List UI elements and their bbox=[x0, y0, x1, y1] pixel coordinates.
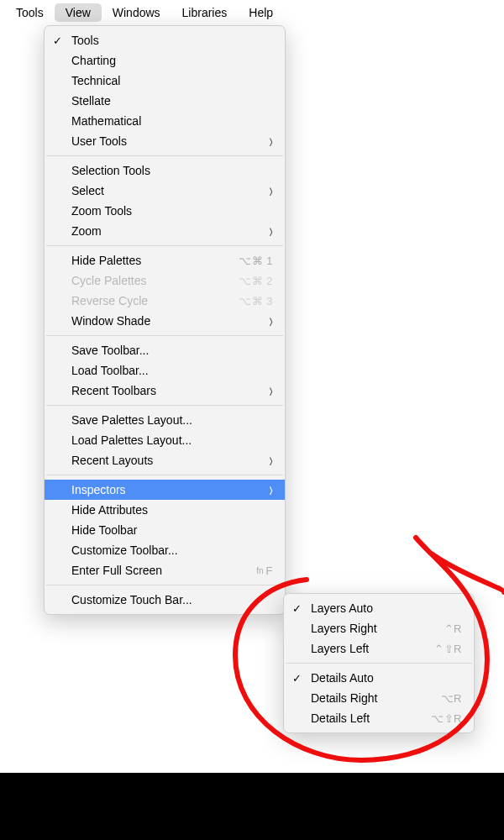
menu-item-user-tools[interactable]: User Tools › bbox=[45, 131, 285, 151]
menu-label: Stellate bbox=[71, 94, 273, 108]
menu-item-customize-toolbar[interactable]: Customize Toolbar... bbox=[45, 540, 285, 560]
menu-item-window-shade[interactable]: Window Shade › bbox=[45, 311, 285, 331]
menu-item-charting[interactable]: Charting bbox=[45, 50, 285, 71]
menu-label: User Tools bbox=[71, 134, 262, 148]
menu-label: Recent Toolbars bbox=[71, 384, 262, 397]
shortcut-label: ⌥R bbox=[441, 692, 462, 705]
menu-separator bbox=[286, 663, 472, 664]
shortcut-label: F bbox=[266, 564, 273, 577]
menu-label: Cycle Palettes bbox=[71, 274, 239, 287]
menu-label: Hide Attributes bbox=[71, 503, 273, 517]
menu-label: Zoom Tools bbox=[71, 204, 273, 218]
menu-label: Load Toolbar... bbox=[71, 364, 273, 377]
menu-label: Mathematical bbox=[71, 114, 273, 128]
menu-separator bbox=[46, 155, 283, 156]
menu-separator bbox=[46, 585, 283, 585]
menu-label: Technical bbox=[71, 74, 273, 87]
menu-label: Details Left bbox=[311, 711, 431, 725]
chevron-right-icon: › bbox=[269, 181, 272, 201]
menu-separator bbox=[46, 405, 283, 406]
chevron-right-icon: › bbox=[269, 221, 272, 241]
menu-label: Save Palettes Layout... bbox=[71, 413, 273, 427]
menubar: Tools View Windows Libraries Help bbox=[0, 0, 504, 25]
menu-label: Layers Left bbox=[311, 642, 434, 655]
menu-label: Window Shade bbox=[71, 314, 262, 328]
shortcut-label: ⌥⌘ 1 bbox=[239, 255, 273, 267]
shortcut-label: ⌥⇧R bbox=[431, 712, 462, 725]
menu-item-technical[interactable]: Technical bbox=[45, 71, 285, 91]
menu-label: Selection Tools bbox=[71, 164, 273, 177]
menu-label: Inspectors bbox=[71, 483, 262, 496]
menubar-item-view[interactable]: View bbox=[55, 3, 102, 22]
menu-item-zoom-tools[interactable]: Zoom Tools bbox=[45, 201, 285, 221]
menu-label: Hide Toolbar bbox=[71, 523, 273, 537]
menu-item-zoom[interactable]: Zoom › bbox=[45, 221, 285, 241]
menu-label: Customize Toolbar... bbox=[71, 543, 273, 557]
shortcut-label: ⌃⇧R bbox=[434, 643, 462, 655]
menu-item-recent-toolbars[interactable]: Recent Toolbars › bbox=[45, 381, 285, 401]
menu-label: Select bbox=[71, 184, 262, 197]
menu-label: Layers Right bbox=[311, 622, 444, 635]
menu-separator bbox=[46, 335, 283, 336]
black-footer-bar bbox=[0, 773, 504, 840]
menu-item-selection-tools[interactable]: Selection Tools bbox=[45, 160, 285, 181]
submenu-item-details-left[interactable]: Details Left ⌥⇧R bbox=[284, 708, 474, 728]
menu-label: Reverse Cycle bbox=[71, 294, 239, 307]
menu-separator bbox=[46, 245, 283, 246]
menu-item-tools[interactable]: ✓ Tools bbox=[45, 30, 285, 50]
chevron-right-icon: › bbox=[269, 311, 272, 331]
menu-label: Recent Layouts bbox=[71, 454, 262, 467]
menu-label: Load Palettes Layout... bbox=[71, 433, 273, 447]
menu-item-save-toolbar[interactable]: Save Toolbar... bbox=[45, 340, 285, 360]
shortcut-fn-label: fn bbox=[256, 566, 263, 575]
checkmark-icon: ✓ bbox=[292, 672, 311, 685]
checkmark-icon: ✓ bbox=[292, 602, 311, 615]
chevron-right-icon: › bbox=[269, 381, 272, 401]
submenu-item-layers-left[interactable]: Layers Left ⌃⇧R bbox=[284, 638, 474, 659]
menubar-item-libraries[interactable]: Libraries bbox=[171, 3, 239, 22]
menu-item-customize-touch-bar[interactable]: Customize Touch Bar... bbox=[45, 590, 285, 610]
chevron-right-icon: › bbox=[269, 450, 272, 470]
menu-item-enter-full-screen[interactable]: Enter Full Screen fn F bbox=[45, 560, 285, 580]
menubar-item-windows[interactable]: Windows bbox=[102, 3, 171, 22]
menu-item-save-palettes-layout[interactable]: Save Palettes Layout... bbox=[45, 410, 285, 430]
chevron-right-icon: › bbox=[269, 131, 272, 151]
menu-label: Charting bbox=[71, 54, 273, 67]
menu-item-hide-palettes[interactable]: Hide Palettes ⌥⌘ 1 bbox=[45, 250, 285, 270]
menu-item-reverse-cycle: Reverse Cycle ⌥⌘ 3 bbox=[45, 291, 285, 311]
shortcut-label: ⌥⌘ 2 bbox=[239, 275, 273, 287]
shortcut-label: ⌥⌘ 3 bbox=[239, 295, 273, 307]
menu-item-hide-toolbar[interactable]: Hide Toolbar bbox=[45, 520, 285, 540]
menu-label: Save Toolbar... bbox=[71, 344, 273, 357]
submenu-item-layers-right[interactable]: Layers Right ⌃R bbox=[284, 618, 474, 638]
chevron-right-icon: › bbox=[269, 480, 272, 500]
menu-label: Tools bbox=[71, 34, 273, 47]
menu-separator bbox=[46, 475, 283, 475]
menu-item-cycle-palettes: Cycle Palettes ⌥⌘ 2 bbox=[45, 270, 285, 291]
menu-item-stellate[interactable]: Stellate bbox=[45, 91, 285, 111]
menubar-item-help[interactable]: Help bbox=[238, 3, 284, 22]
menu-label: Customize Touch Bar... bbox=[71, 593, 273, 606]
menu-label: Hide Palettes bbox=[71, 254, 239, 267]
shortcut-label: ⌃R bbox=[444, 622, 462, 635]
menubar-item-tools[interactable]: Tools bbox=[5, 3, 55, 22]
menu-label: Details Right bbox=[311, 691, 441, 705]
menu-item-select[interactable]: Select › bbox=[45, 181, 285, 201]
menu-item-recent-layouts[interactable]: Recent Layouts › bbox=[45, 450, 285, 470]
submenu-item-details-right[interactable]: Details Right ⌥R bbox=[284, 688, 474, 708]
menu-item-hide-attributes[interactable]: Hide Attributes bbox=[45, 500, 285, 520]
menu-item-mathematical[interactable]: Mathematical bbox=[45, 111, 285, 131]
view-menu-dropdown: ✓ Tools Charting Technical Stellate Math… bbox=[44, 25, 286, 615]
menu-item-inspectors[interactable]: Inspectors › bbox=[45, 480, 285, 500]
menu-item-load-toolbar[interactable]: Load Toolbar... bbox=[45, 360, 285, 381]
menu-label: Enter Full Screen bbox=[71, 564, 256, 577]
submenu-item-details-auto[interactable]: ✓ Details Auto bbox=[284, 668, 474, 688]
submenu-item-layers-auto[interactable]: ✓ Layers Auto bbox=[284, 598, 474, 618]
menu-label: Layers Auto bbox=[311, 601, 462, 615]
menu-label: Zoom bbox=[71, 224, 262, 238]
inspectors-submenu: ✓ Layers Auto Layers Right ⌃R Layers Lef… bbox=[283, 593, 475, 733]
menu-label: Details Auto bbox=[311, 671, 462, 685]
menu-item-load-palettes-layout[interactable]: Load Palettes Layout... bbox=[45, 430, 285, 450]
checkmark-icon: ✓ bbox=[53, 34, 71, 47]
